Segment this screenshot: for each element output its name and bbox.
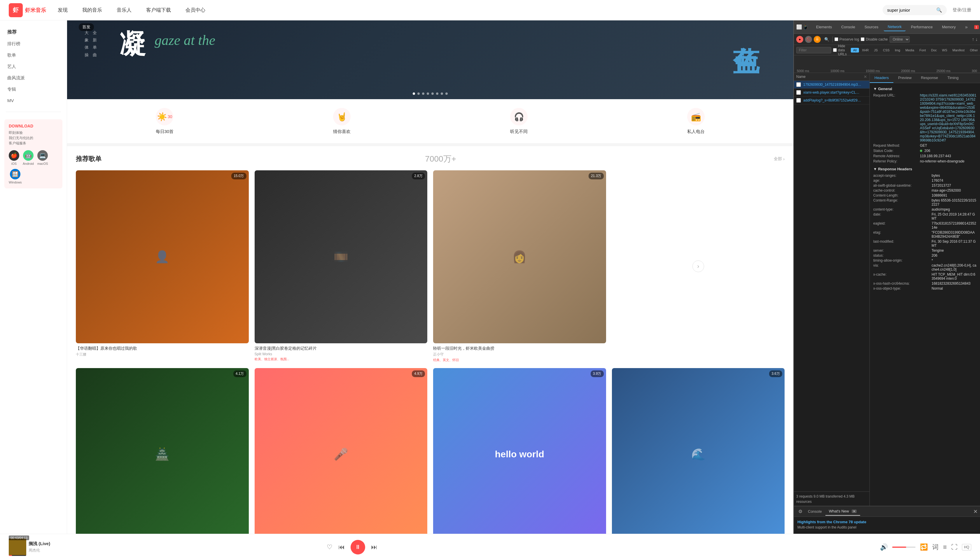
search-icon[interactable]: 🔍 [936,7,942,13]
inspect-icon[interactable]: ⬜ [796,24,802,30]
loop-button[interactable]: 🔁 [920,543,928,551]
sidebar-item-charts[interactable]: 排行榜 [0,38,67,50]
search-bar[interactable]: 🔍 [883,5,947,15]
clear-button[interactable]: 🚫 [805,36,812,43]
playlist-card-0[interactable]: 15.0万 👤 【华语翻唱】原来你也唱过我的歌 十三腰 [76,170,249,362]
platform-android[interactable]: 🤖 Android [23,150,34,165]
nav-discover[interactable]: 发现 [58,7,68,13]
logo[interactable]: 虾 虾米音乐 [9,3,46,17]
type-doc[interactable]: Doc [929,48,939,52]
type-css[interactable]: CSS [880,48,892,52]
type-media[interactable]: Media [903,48,917,52]
disable-cache-checkbox[interactable]: Disable cache [861,37,888,42]
drawer-tab-whats-new[interactable]: What's New ✕ [825,507,860,516]
hero-dot-2[interactable] [417,92,420,95]
network-row-2[interactable]: addPlaylog?_s=8b9f367152a4df29556ec03f73… [794,97,870,104]
volume-button[interactable]: 🔊 [880,543,888,551]
hero-dot-8[interactable] [445,92,448,95]
throttle-select[interactable]: Online [890,36,910,43]
play-pause-button[interactable]: ⏸ [351,540,365,555]
details-tab-headers[interactable]: Headers [870,73,893,83]
type-js[interactable]: JS [872,48,880,52]
lyrics-button[interactable]: 词 [932,543,938,552]
sidebar-item-mv[interactable]: MV [0,95,67,106]
hero-dot-7[interactable] [441,92,443,95]
nav-download[interactable]: 客户端下载 [146,7,171,13]
tab-console[interactable]: Console [837,23,859,31]
hide-data-urls-checkbox[interactable]: Hide data URLs [833,44,847,56]
type-xhr[interactable]: XHR [860,48,871,52]
network-row-1[interactable]: xiami-web.player.start?gmkey=CLK&gokey=s… [794,89,870,97]
tab-elements[interactable]: Elements [812,23,836,31]
quick-different[interactable]: 🎧 听见不同 [510,108,528,135]
network-row-0[interactable]: 1792609930_1475219394904.mp3?ccode=xiami… [794,81,870,89]
prev-button[interactable]: ⏮ [338,543,345,551]
tab-memory[interactable]: Memory [938,23,960,31]
playlist-card-4[interactable]: 4.9万 🎤 流行演唱会 [255,368,428,534]
fullscreen-button[interactable]: ⛶ [951,543,958,551]
search-input[interactable] [887,8,934,13]
device-icon[interactable]: 📱 [803,24,808,30]
nav-my-music[interactable]: 我的音乐 [82,7,102,13]
tab-performance[interactable]: Performance [907,23,937,31]
row-checkbox-2[interactable] [796,98,801,103]
type-all[interactable]: All [851,48,859,52]
filter-icon[interactable]: ☰ [814,36,821,43]
hero-dot-4[interactable] [427,92,429,95]
volume-slider[interactable] [892,547,915,548]
download-icon[interactable]: ↓ [975,37,978,42]
playlist-nav-arrow[interactable]: › [612,170,785,362]
next-button[interactable]: ⏭ [371,543,377,551]
login-button[interactable]: 登录/注册 [953,7,971,13]
section-all-button[interactable]: 全部 › [774,156,785,162]
quick-recommend[interactable]: 🤘 猜你喜欢 [333,108,351,135]
close-panel-icon[interactable]: ✕ [863,74,867,79]
platform-windows[interactable]: 🪟 Windows [9,169,22,184]
type-manifest[interactable]: Manifest [950,48,967,52]
playlist-button[interactable]: ≡ [943,543,947,551]
drawer-tab-console[interactable]: Console [804,508,825,515]
hero-dot-6[interactable] [436,92,438,95]
details-tab-response[interactable]: Response [916,73,943,83]
row-checkbox-0[interactable] [796,82,801,87]
playlist-card-1[interactable]: 2.8万 🎞️ 深潜音漫|黑白胶卷定格的记忆碎片 Split Works 欧美、… [255,170,428,362]
type-ws[interactable]: WS [940,48,950,52]
type-font[interactable]: Font [917,48,928,52]
hero-dot-3[interactable] [422,92,424,95]
disable-cache-input[interactable] [861,37,865,41]
quality-button[interactable]: HQ [962,544,971,550]
heart-button[interactable]: ♡ [327,543,332,551]
drawer-close-icon[interactable]: ✕ [973,508,978,515]
record-button[interactable]: ● [796,36,803,43]
sidebar-item-albums[interactable]: 专辑 [0,84,67,95]
details-tab-preview[interactable]: Preview [893,73,916,83]
hero-dot-5[interactable] [432,92,434,95]
preserve-log-checkbox[interactable]: Preserve log [835,37,859,42]
preserve-log-input[interactable] [835,37,838,41]
quick-daily30[interactable]: ☀️30 每日30首 [156,108,174,135]
arrow-right-icon[interactable]: › [692,260,704,272]
hero-banner[interactable]: 首发 大 全 象 新 体 单 操 曲 凝 gaze at the 蓝色 [67,20,793,99]
tab-more[interactable]: » [961,23,972,32]
quick-radio[interactable]: 📻 私人电台 [687,108,705,135]
sidebar-item-artists[interactable]: 艺人 [0,61,67,72]
nav-artist[interactable]: 音乐人 [117,7,132,13]
hide-data-urls-input[interactable] [833,48,837,52]
playlist-card-2[interactable]: 21.3万 👩 聆听一段旧时光，虾米欧美金曲捞 正小守 经典、英文、怀旧 [433,170,606,362]
playlist-card-3[interactable]: 4.1万 🏯 古风歌单 [76,368,249,534]
playlist-card-6[interactable]: 3.6万 🌊 自然风景 [612,368,785,534]
row-checkbox-1[interactable] [796,90,801,95]
type-img[interactable]: Img [892,48,902,52]
search-network-icon[interactable]: 🔍 [822,35,831,43]
sidebar-item-genres[interactable]: 曲风流派 [0,72,67,84]
nav-vip[interactable]: 会员中心 [185,7,205,13]
upload-icon[interactable]: ↑ [972,37,974,42]
filter-input[interactable] [796,47,831,53]
hero-dot-1[interactable] [413,92,415,95]
sidebar-item-playlists[interactable]: 歌单 [0,50,67,61]
type-other[interactable]: Other [967,48,980,52]
drawer-settings-icon[interactable]: ⚙ [796,508,804,516]
whats-new-close[interactable]: ✕ [852,510,857,513]
tab-sources[interactable]: Sources [860,23,883,31]
details-tab-timing[interactable]: Timing [943,73,963,83]
